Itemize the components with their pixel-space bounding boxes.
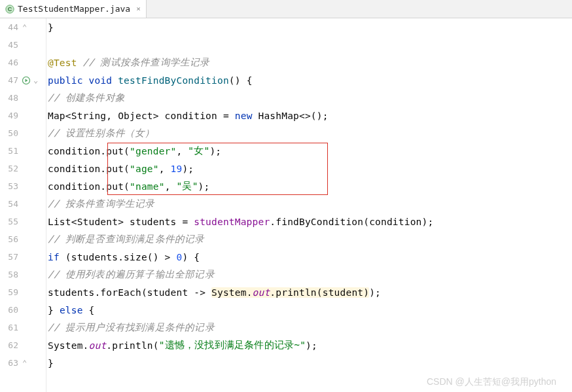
- code-line: students.forEach(student -> System.out.p…: [48, 283, 572, 301]
- code-line: condition.put("name", "吴");: [48, 177, 572, 195]
- tab-bar: C TestStudentMapper.java ×: [0, 0, 572, 18]
- run-test-icon[interactable]: [22, 77, 30, 84]
- java-class-icon: C: [5, 5, 14, 14]
- file-tab[interactable]: C TestStudentMapper.java ×: [0, 0, 147, 18]
- line-number: 53: [0, 181, 18, 191]
- code-line: }: [48, 354, 572, 372]
- line-number: 48: [0, 93, 18, 103]
- code-line: if (students.size() > 0) {: [48, 248, 572, 266]
- code-line: public void testFindByCondition() {: [48, 71, 572, 89]
- line-number: 50: [0, 128, 18, 138]
- code-editor[interactable]: 44⌃ 45 46 47⌃ 48 49 50 51 52 53 54 55 56…: [0, 18, 572, 392]
- line-number: 63: [0, 358, 18, 368]
- code-line: System.out.println("遗憾，没找到满足条件的记录~");: [48, 336, 572, 354]
- line-number: 57: [0, 252, 18, 262]
- code-line: condition.put("age", 19);: [48, 160, 572, 177]
- line-number: 45: [0, 40, 18, 50]
- svg-text:C: C: [8, 6, 12, 12]
- line-number: 54: [0, 199, 18, 209]
- line-number: 55: [0, 217, 18, 226]
- code-line: } else {: [48, 301, 572, 319]
- code-line: Map<String, Object> condition = new Hash…: [48, 107, 572, 124]
- gutter: 44⌃ 45 46 47⌃ 48 49 50 51 52 53 54 55 56…: [0, 18, 46, 392]
- code-line: condition.put("gender", "女");: [48, 142, 572, 160]
- line-number: 60: [0, 305, 18, 315]
- code-line: // 使用列表的遍历算子输出全部记录: [48, 266, 572, 283]
- line-number: 52: [0, 164, 18, 173]
- code-line: // 提示用户没有找到满足条件的记录: [48, 319, 572, 336]
- close-icon[interactable]: ×: [134, 5, 141, 13]
- code-line: }: [48, 18, 572, 36]
- code-line: // 创建条件对象: [48, 89, 572, 107]
- code-line: [48, 36, 572, 54]
- code-line: // 按条件查询学生记录: [48, 195, 572, 213]
- code-line: // 设置性别条件（女）: [48, 124, 572, 142]
- fold-start-icon[interactable]: ⌃: [33, 77, 38, 84]
- tab-filename: TestStudentMapper.java: [18, 4, 130, 14]
- line-number: 59: [0, 287, 18, 297]
- line-number: 44: [0, 22, 18, 32]
- fold-end-icon[interactable]: ⌃: [22, 360, 27, 366]
- line-number: 62: [0, 340, 18, 350]
- line-number: 61: [0, 323, 18, 332]
- code-line: List<Student> students = studentMapper.f…: [48, 213, 572, 230]
- line-number: 56: [0, 234, 18, 244]
- fold-end-icon[interactable]: ⌃: [22, 24, 27, 31]
- line-number: 51: [0, 146, 18, 156]
- line-number: 47: [0, 75, 18, 85]
- line-number: 49: [0, 111, 18, 120]
- code-line: @Test // 测试按条件查询学生记录: [48, 54, 572, 71]
- code-line: // 判断是否查询到满足条件的记录: [48, 230, 572, 248]
- line-number: 58: [0, 270, 18, 279]
- line-number: 46: [0, 58, 18, 67]
- watermark-text: CSDN @人生苦短@我用python: [427, 376, 556, 388]
- code-area[interactable]: } @Test // 测试按条件查询学生记录 public void testF…: [46, 18, 572, 392]
